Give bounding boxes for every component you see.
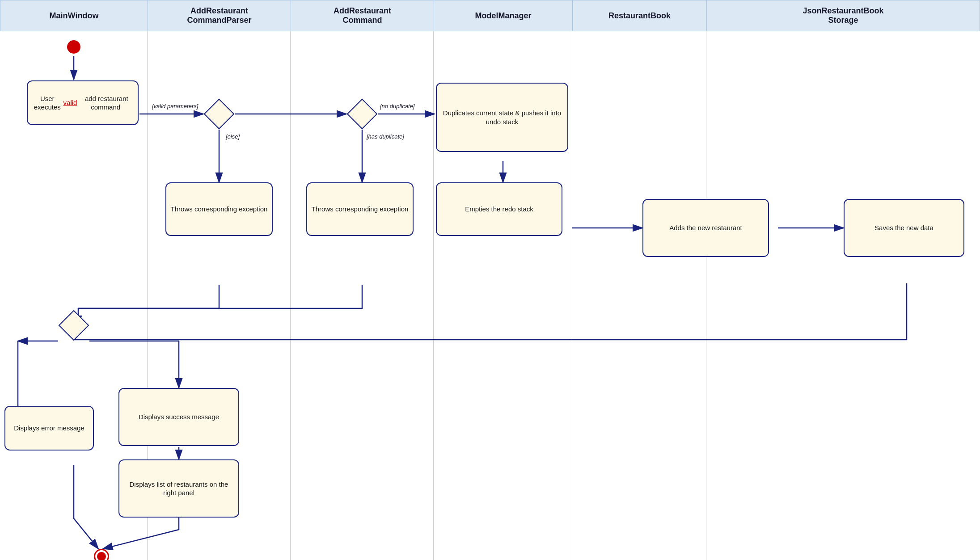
header-addrestaurant-command: AddRestaurantCommand xyxy=(291,0,434,31)
swimlane-col-6 xyxy=(706,31,980,560)
header-restaurantbook: RestaurantBook xyxy=(573,0,707,31)
start-circle xyxy=(67,40,80,54)
swimlane-area: User executes valid add restaurant comma… xyxy=(0,31,980,560)
label-else: [else] xyxy=(226,133,240,140)
svg-marker-14 xyxy=(204,99,234,129)
label-valid-params: [valid parameters] xyxy=(152,103,198,109)
diamond-duplicate xyxy=(346,98,378,130)
header-row: MainWindow AddRestaurantCommandParser Ad… xyxy=(0,0,980,31)
user-executes-node: User executes valid add restaurant comma… xyxy=(27,80,139,125)
svg-marker-15 xyxy=(347,99,377,129)
header-mainwindow: MainWindow xyxy=(0,0,148,31)
end-circle-inner xyxy=(97,552,106,560)
displays-list-node: Displays list of restaurants on the righ… xyxy=(118,459,239,518)
displays-error-node: Displays error message xyxy=(4,406,94,451)
duplicates-state-node: Duplicates current state & pushes it int… xyxy=(436,83,568,152)
diagram-container: MainWindow AddRestaurantCommandParser Ad… xyxy=(0,0,980,560)
saves-data-node: Saves the new data xyxy=(844,199,964,257)
adds-restaurant-node: Adds the new restaurant xyxy=(642,199,769,257)
swimlane-col-5 xyxy=(572,31,706,560)
header-addrestaurant-commandparser: AddRestaurantCommandParser xyxy=(148,0,291,31)
header-modelmanager: ModelManager xyxy=(434,0,573,31)
label-no-duplicate: [no duplicate] xyxy=(380,103,414,109)
empties-redo-node: Empties the redo stack xyxy=(436,182,562,236)
diamond-merge xyxy=(58,310,89,341)
valid-link: valid xyxy=(63,98,77,107)
throws-exception-1-node: Throws corresponding exception xyxy=(165,182,273,236)
diamond-valid-params xyxy=(203,98,235,130)
header-jsonrestaurantbook: JsonRestaurantBookStorage xyxy=(707,0,980,31)
throws-exception-2-node: Throws corresponding exception xyxy=(306,182,414,236)
label-has-duplicate: [has duplicate] xyxy=(367,133,404,140)
svg-marker-16 xyxy=(59,311,89,340)
displays-success-node: Displays success message xyxy=(118,388,239,446)
